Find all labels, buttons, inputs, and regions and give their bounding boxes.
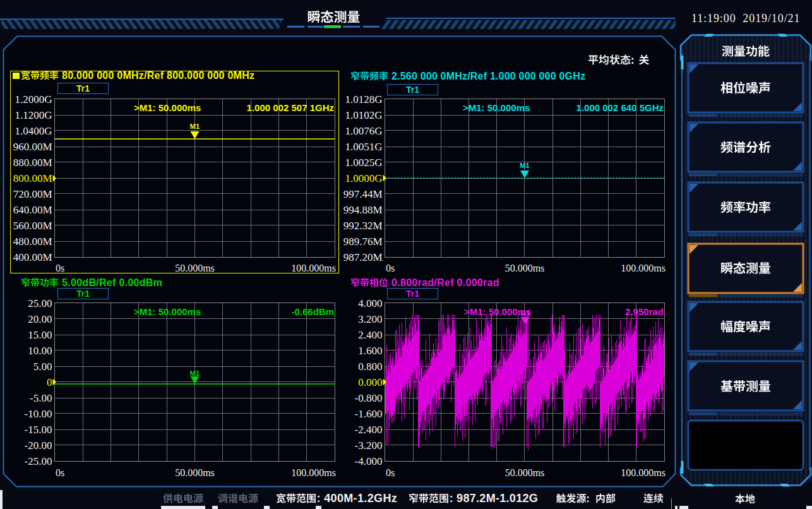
svg-text:0: 0 [47,376,52,388]
svg-text:100.000ms: 100.000ms [621,263,666,273]
svg-text:-20.00: -20.00 [25,440,52,452]
svg-text:-3.200: -3.200 [355,440,383,452]
svg-text:2.560 000 0MHz/Ref 1.000 000 0: 2.560 000 0MHz/Ref 1.000 000 000 0GHz [391,71,585,81]
svg-text:100.000ms: 100.000ms [621,467,666,478]
svg-text:50.000ms: 50.000ms [505,467,545,478]
svg-text:3.200: 3.200 [358,313,382,325]
svg-text:640.00M: 640.00M [13,204,52,216]
svg-text:1.2000G: 1.2000G [15,93,52,105]
svg-text:0.000: 0.000 [358,376,382,388]
svg-text:0s: 0s [56,263,64,273]
svg-text:1.0025G: 1.0025G [345,157,382,169]
svg-text:15.00: 15.00 [28,329,52,341]
svg-text:0s: 0s [386,467,395,478]
svg-text:10.00: 10.00 [28,345,52,357]
svg-text:80.000 000 0MHz/Ref 800.000 00: 80.000 000 0MHz/Ref 800.000 000 0MHz [62,70,254,81]
svg-text:960.00M: 960.00M [13,141,52,153]
svg-text:50.000ms: 50.000ms [175,467,215,478]
svg-text:M1: M1 [190,369,200,377]
svg-text:0s: 0s [56,467,64,478]
svg-text:5.00: 5.00 [33,361,52,373]
svg-text:-10.00: -10.00 [25,408,52,420]
svg-text:1.0128G: 1.0128G [345,93,382,105]
svg-text:992.32M: 992.32M [343,220,383,232]
svg-text:1.000 002 640 5GHz: 1.000 002 640 5GHz [576,102,664,113]
svg-text:989.76M: 989.76M [343,236,383,248]
svg-text:50.000ms: 50.000ms [175,263,215,273]
svg-text:994.88M: 994.88M [343,204,383,216]
svg-text:11:19:00 2019/10/21: 11:19:00 2019/10/21 [691,12,800,25]
svg-text:997.44M: 997.44M [343,188,383,200]
svg-text:100.000ms: 100.000ms [291,467,336,478]
svg-text:-2.400: -2.400 [355,424,383,436]
svg-text:-5.00: -5.00 [30,392,52,404]
svg-text:1.0400G: 1.0400G [15,125,52,137]
svg-text:1.0102G: 1.0102G [345,109,382,121]
svg-text:0.800: 0.800 [358,361,382,373]
svg-text:400.00M: 400.00M [13,251,52,263]
svg-text:50.000ms: 50.000ms [505,263,545,273]
svg-text:1.0076G: 1.0076G [345,125,382,137]
svg-text:560.00M: 560.00M [13,220,52,232]
svg-text:>M1: 50.000ms: >M1: 50.000ms [463,102,530,113]
svg-text:>M1: 50.000ms: >M1: 50.000ms [464,306,531,317]
svg-text:720.00M: 720.00M [13,188,52,200]
svg-text:Tr1: Tr1 [76,289,90,299]
svg-text:M1: M1 [190,123,200,130]
svg-text:880.00M: 880.00M [13,157,52,169]
svg-text:-0.800: -0.800 [355,392,383,404]
svg-text:5.00dB/Ref 0.00dBm: 5.00dB/Ref 0.00dBm [62,277,162,288]
svg-text:987.20M: 987.20M [343,251,383,263]
svg-text:1.600: 1.600 [358,345,382,357]
svg-text:1.0000G: 1.0000G [345,172,382,184]
svg-text:0.800rad/Ref 0.000rad: 0.800rad/Ref 0.000rad [391,277,499,288]
svg-text:>M1: 50.000ms: >M1: 50.000ms [134,306,201,317]
svg-text:1.000 002 507 1GHz: 1.000 002 507 1GHz [247,102,334,113]
svg-text:-25.00: -25.00 [25,455,52,467]
svg-text:2.400: 2.400 [358,329,382,341]
svg-text:-15.00: -15.00 [25,424,52,436]
svg-text:800.00M: 800.00M [13,172,52,184]
svg-text:100.000ms: 100.000ms [291,263,336,273]
svg-text:Tr1: Tr1 [406,289,419,299]
svg-text:M1: M1 [520,162,529,169]
svg-text:: 400M-1.2GHz: : 400M-1.2GHz [317,492,398,505]
svg-text:: 987.2M-1.012G: : 987.2M-1.012G [450,492,539,505]
svg-text:0s: 0s [386,263,395,273]
svg-text:-1.600: -1.600 [355,408,383,420]
svg-text:2.950rad: 2.950rad [625,306,664,317]
svg-text:-0.66dBm: -0.66dBm [291,306,334,317]
svg-text:480.00M: 480.00M [13,236,52,248]
svg-text:Tr1: Tr1 [406,85,419,95]
svg-text:1.1200G: 1.1200G [15,109,52,121]
svg-text:25.00: 25.00 [28,297,52,309]
svg-text:-4.000: -4.000 [355,455,383,467]
svg-text:1.0051G: 1.0051G [345,141,382,153]
svg-text:>M1: 50.000ms: >M1: 50.000ms [134,102,201,113]
svg-text:4.000: 4.000 [358,297,382,309]
svg-text:20.00: 20.00 [28,313,52,325]
svg-text:Tr1: Tr1 [76,83,90,93]
